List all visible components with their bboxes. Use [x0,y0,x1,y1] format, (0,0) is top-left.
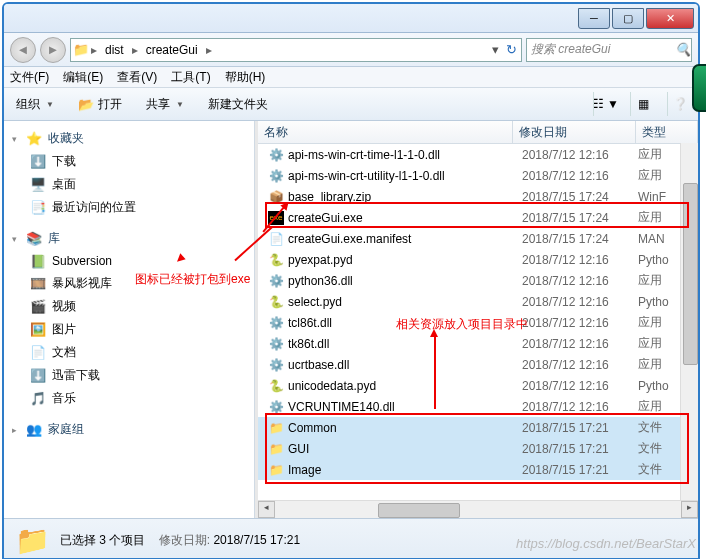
forward-button[interactable]: ► [40,37,66,63]
vertical-scrollbar[interactable] [680,143,698,501]
dll-icon: ⚙️ [268,168,284,184]
forward-arrow-icon: ► [47,42,60,57]
chevron-down-icon: ▼ [607,97,619,111]
picture-icon: 🖼️ [30,322,46,338]
maximize-button[interactable]: ▢ [612,8,644,29]
file-row[interactable]: 📦base_library.zip2018/7/15 17:24WinF [258,186,698,207]
file-row[interactable]: ⚙️tk86t.dll2018/7/12 12:16应用 [258,333,698,354]
status-date-value: 2018/7/15 17:21 [213,533,300,547]
file-row[interactable]: ⚙️api-ms-win-crt-time-l1-1-0.dll2018/7/1… [258,144,698,165]
dll-icon: ⚙️ [268,315,284,331]
file-row[interactable]: 🐍unicodedata.pyd2018/7/12 12:16Pytho [258,375,698,396]
file-row[interactable]: ⚙️VCRUNTIME140.dll2018/7/12 12:16应用 [258,396,698,417]
file-list[interactable]: ⚙️api-ms-win-crt-time-l1-1-0.dll2018/7/1… [258,144,698,500]
pyd-icon: 🐍 [268,378,284,394]
nav-pictures[interactable]: 🖼️图片 [4,318,254,341]
nav-homegroup[interactable]: ▸👥家庭组 [4,418,254,441]
dll-icon: ⚙️ [268,399,284,415]
nav-subversion[interactable]: 📗Subversion [4,250,254,272]
minimize-button[interactable]: ─ [578,8,610,29]
zip-icon: 📦 [268,189,284,205]
address-bar[interactable]: 📁 ▸ dist ▸ createGui ▸ ▾ ↻ [70,38,522,62]
library-icon: 📚 [26,231,42,247]
folder-group-icon: 📁 [14,522,50,558]
column-headers: 名称 修改日期 类型 [258,121,698,144]
col-name[interactable]: 名称 [258,121,513,143]
help-button[interactable]: ❔ [667,92,692,116]
dll-icon: ⚙️ [268,357,284,373]
file-row[interactable]: 📄createGui.exe.manifest2018/7/15 17:24MA… [258,228,698,249]
chevron-down-icon: ▼ [46,100,54,109]
chevron-down-icon: ▼ [176,100,184,109]
navigation-bar: ◄ ► 📁 ▸ dist ▸ createGui ▸ ▾ ↻ 搜索 create… [4,33,698,67]
col-date[interactable]: 修改日期 [513,121,636,143]
nav-xunlei[interactable]: ⬇️迅雷下载 [4,364,254,387]
nav-desktop[interactable]: 🖥️桌面 [4,173,254,196]
nav-recent[interactable]: 📑最近访问的位置 [4,196,254,219]
download-icon: ⬇️ [30,154,46,170]
search-input[interactable]: 搜索 createGui 🔍 [526,38,692,62]
file-row[interactable]: 📁Image2018/7/15 17:21文件 [258,459,698,480]
menu-help[interactable]: 帮助(H) [225,69,266,86]
nav-videos[interactable]: 🎬视频 [4,295,254,318]
dll-icon: ⚙️ [268,147,284,163]
nav-favorites[interactable]: ▾⭐收藏夹 [4,127,254,150]
dll-icon: ⚙️ [268,336,284,352]
dropdown-icon[interactable]: ▾ [487,42,503,58]
menu-file[interactable]: 文件(F) [10,69,49,86]
video-icon: 🎬 [30,299,46,315]
file-row[interactable]: ⚙️python36.dll2018/7/12 12:16应用 [258,270,698,291]
col-type[interactable]: 类型 [636,121,698,143]
folder-icon: 📁 [73,42,89,58]
organize-button[interactable]: 组织▼ [10,94,60,115]
scrollbar-thumb[interactable] [378,503,460,518]
open-icon: 📂 [78,96,94,112]
nav-libraries[interactable]: ▾📚库 [4,227,254,250]
open-button[interactable]: 📂打开 [72,94,128,115]
folder-icon: 📁 [268,420,284,436]
file-row[interactable]: ⚙️api-ms-win-crt-utility-l1-1-0.dll2018/… [258,165,698,186]
crumb-sep-icon: ▸ [204,43,214,57]
breadcrumb-dist[interactable]: dist [99,39,130,61]
file-row[interactable]: ⚙️tcl86t.dll2018/7/12 12:16应用 [258,312,698,333]
folder-icon: 📁 [268,462,284,478]
scroll-left-button[interactable]: ◂ [258,501,275,518]
scrollbar-thumb[interactable] [683,183,698,365]
new-folder-button[interactable]: 新建文件夹 [202,94,274,115]
document-icon: 📄 [30,345,46,361]
file-row[interactable]: 🐍select.pyd2018/7/12 12:16Pytho [258,291,698,312]
file-row[interactable]: 🐍pyexpat.pyd2018/7/12 12:16Pytho [258,249,698,270]
breadcrumb-createGui[interactable]: createGui [140,39,204,61]
share-button[interactable]: 共享▼ [140,94,190,115]
nav-documents[interactable]: 📄文档 [4,341,254,364]
scroll-right-button[interactable]: ▸ [681,501,698,518]
menu-tools[interactable]: 工具(T) [171,69,210,86]
menu-view[interactable]: 查看(V) [117,69,157,86]
file-row[interactable]: 📁GUI2018/7/15 17:21文件 [258,438,698,459]
refresh-icon[interactable]: ↻ [503,42,519,58]
crumb-sep-icon: ▸ [89,43,99,57]
recent-icon: 📑 [30,200,46,216]
file-row[interactable]: ⚙️ucrtbase.dll2018/7/12 12:16应用 [258,354,698,375]
nav-downloads[interactable]: ⬇️下载 [4,150,254,173]
back-button[interactable]: ◄ [10,37,36,63]
view-options-button[interactable]: ☷▼ [593,92,618,116]
status-selection: 已选择 3 个项目 [60,533,145,547]
nav-music[interactable]: 🎵音乐 [4,387,254,410]
horizontal-scrollbar[interactable]: ◂ ▸ [258,500,698,518]
search-placeholder: 搜索 createGui [531,41,610,58]
close-button[interactable]: ✕ [646,8,694,29]
toolbar: 组织▼ 📂打开 共享▼ 新建文件夹 ☷▼ ▦ ❔ [4,88,698,121]
dll-icon: ⚙️ [268,273,284,289]
screenshot-overlay [692,64,706,112]
menu-edit[interactable]: 编辑(E) [63,69,103,86]
navigation-pane: ▾⭐收藏夹 ⬇️下载 🖥️桌面 📑最近访问的位置 ▾📚库 📗Subversion… [4,121,255,518]
file-row[interactable]: 📁Common2018/7/15 17:21文件 [258,417,698,438]
preview-pane-button[interactable]: ▦ [630,92,655,116]
nav-baofeng[interactable]: 🎞️暴风影视库 [4,272,254,295]
desktop-icon: 🖥️ [30,177,46,193]
menubar: 文件(F) 编辑(E) 查看(V) 工具(T) 帮助(H) [4,67,698,88]
file-row[interactable]: execreateGui.exe2018/7/15 17:24应用 [258,207,698,228]
pyd-icon: 🐍 [268,252,284,268]
titlebar[interactable]: ─ ▢ ✕ [4,4,698,33]
